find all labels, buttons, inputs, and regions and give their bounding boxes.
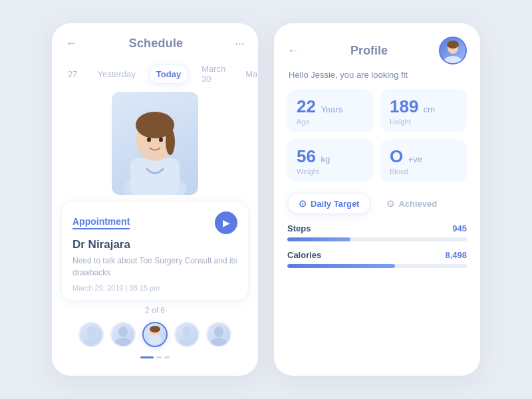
stat-weight: 56 kg Weight xyxy=(287,139,374,182)
schedule-header: ← Schedule ··· xyxy=(52,23,258,51)
daily-target-icon: ⊙ xyxy=(299,198,307,209)
doctor-image-area xyxy=(52,92,258,195)
svg-point-7 xyxy=(86,327,96,337)
tab-achieved[interactable]: ⊙ Achieved xyxy=(376,194,448,213)
svg-rect-1 xyxy=(130,158,180,195)
steps-metric: Steps 945 xyxy=(287,223,467,241)
avatar-4[interactable] xyxy=(174,322,200,347)
stat-weight-value: 56 kg xyxy=(297,148,364,165)
avatar-2[interactable] xyxy=(110,322,136,347)
svg-point-4 xyxy=(166,128,175,155)
date-tab-today[interactable]: Today xyxy=(149,65,188,84)
schedule-card: ← Schedule ··· 27 Yesterday Today March … xyxy=(52,23,258,376)
stat-blood-label: Blood xyxy=(390,168,458,176)
date-tabs: 27 Yesterday Today March 30 Mar xyxy=(52,51,258,88)
calories-metric-header: Calories 8,498 xyxy=(287,250,467,260)
profile-title: Profile xyxy=(299,44,439,58)
nav-dot-3 xyxy=(164,356,170,358)
svg-point-9 xyxy=(118,327,128,337)
avatar-row xyxy=(52,315,258,356)
avatar-1[interactable] xyxy=(78,322,104,347)
profile-greeting: Hello Jessie, you are looking fit xyxy=(287,70,467,80)
stat-blood-value: O +ve xyxy=(390,148,458,165)
svg-point-19 xyxy=(444,56,462,63)
schedule-title: Schedule xyxy=(129,37,184,51)
svg-point-15 xyxy=(179,338,195,346)
stat-height-value: 189 cm xyxy=(390,98,458,115)
stat-blood: O +ve Blood xyxy=(380,139,467,182)
video-icon: ▶ xyxy=(223,217,230,228)
appointment-header: Appointment ▶ xyxy=(72,211,237,234)
steps-label: Steps xyxy=(287,223,311,233)
stat-age-value: 22 Years xyxy=(297,98,364,115)
avatar-3-selected[interactable] xyxy=(142,322,168,347)
tab-daily-target[interactable]: ⊙ Daily Target xyxy=(287,193,370,214)
calories-progress-bg xyxy=(287,264,467,268)
date-tab-yesterday[interactable]: Yesterday xyxy=(90,65,142,83)
profile-card: ← Profile Hello Jessie, you are looking … xyxy=(274,23,480,376)
nav-dot-2 xyxy=(156,356,162,358)
stat-weight-label: Weight xyxy=(297,168,364,176)
profile-avatar[interactable] xyxy=(439,37,467,65)
date-tab-march30[interactable]: March 30 xyxy=(195,60,232,88)
schedule-more-icon[interactable]: ··· xyxy=(235,37,245,51)
target-tabs: ⊙ Daily Target ⊙ Achieved xyxy=(287,193,467,214)
achieved-label: Achieved xyxy=(398,199,437,209)
profile-back-icon[interactable]: ← xyxy=(287,44,299,58)
stat-height: 189 cm Height xyxy=(380,89,467,132)
steps-value: 945 xyxy=(452,223,467,233)
svg-point-5 xyxy=(147,138,151,142)
stats-grid: 22 Years Age 189 cm Height 56 kg Weight … xyxy=(287,89,467,182)
svg-point-17 xyxy=(211,338,227,346)
calories-label: Calories xyxy=(287,250,321,260)
svg-point-10 xyxy=(115,338,131,346)
svg-point-14 xyxy=(182,327,192,337)
steps-progress-fill xyxy=(287,237,350,241)
appointment-description: Need to talk about Toe Surgery Consult a… xyxy=(72,255,237,279)
steps-metric-header: Steps 945 xyxy=(287,223,467,233)
date-tab-mar[interactable]: Mar xyxy=(239,65,258,83)
date-tab-27[interactable]: 27 xyxy=(61,65,84,83)
calories-progress-fill xyxy=(287,264,395,268)
appointment-video-button[interactable]: ▶ xyxy=(215,211,237,234)
steps-progress-bg xyxy=(287,237,467,241)
achieved-icon: ⊙ xyxy=(386,198,394,209)
daily-target-label: Daily Target xyxy=(311,199,359,209)
appointment-date: March 29, 2019 | 08:15 pm xyxy=(72,284,237,292)
appointment-label: Appointment xyxy=(72,216,130,229)
stat-age: 22 Years Age xyxy=(287,89,374,132)
nav-indicator xyxy=(52,356,258,365)
calories-value: 8,498 xyxy=(445,250,467,260)
svg-point-13 xyxy=(150,326,160,332)
pagination-label: 2 of 6 xyxy=(52,306,258,315)
nav-dot-active xyxy=(140,356,154,358)
calories-metric: Calories 8,498 xyxy=(287,250,467,268)
svg-point-20 xyxy=(447,41,459,49)
svg-point-8 xyxy=(83,338,99,346)
profile-header: ← Profile xyxy=(287,37,467,65)
stat-age-label: Age xyxy=(297,118,364,126)
doctor-image xyxy=(112,92,198,195)
schedule-back-icon[interactable]: ← xyxy=(65,37,77,51)
svg-point-16 xyxy=(214,327,223,337)
appointment-card: Appointment ▶ Dr Nirajara Need to talk a… xyxy=(61,201,249,301)
avatar-5[interactable] xyxy=(206,322,231,347)
stat-height-label: Height xyxy=(390,118,458,126)
doctor-name: Dr Nirajara xyxy=(72,238,237,251)
svg-rect-12 xyxy=(149,335,161,344)
svg-point-6 xyxy=(159,138,163,142)
